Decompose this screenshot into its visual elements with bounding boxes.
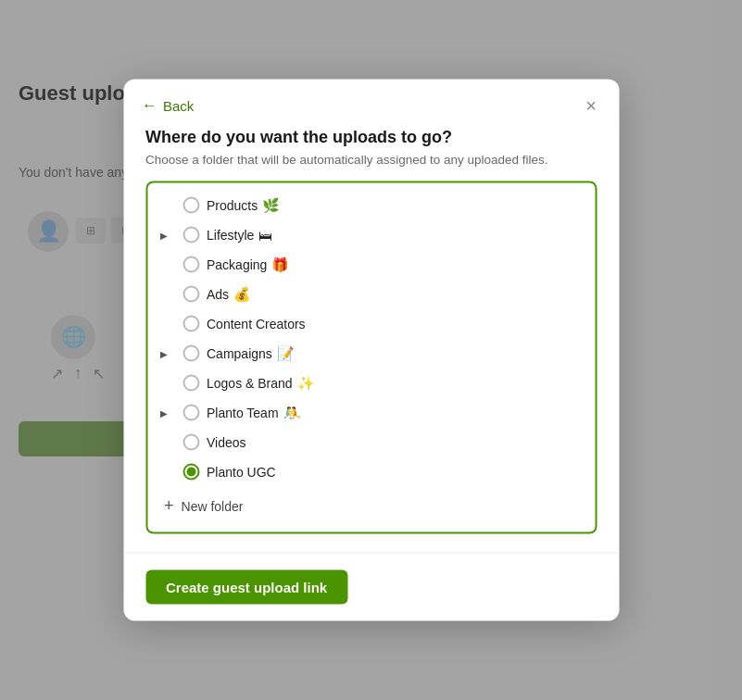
back-label: Back [163, 97, 194, 113]
modal-subtitle: Choose a folder that will be automatical… [145, 153, 597, 167]
folder-name: Planto UGC [207, 465, 276, 480]
folder-item[interactable]: Ads 💰 [147, 280, 595, 309]
folder-name: Ads 💰 [207, 286, 251, 303]
create-button[interactable]: Create guest upload link [145, 570, 347, 605]
radio-button[interactable] [182, 375, 199, 392]
expand-arrow-icon: ▶ [160, 230, 173, 240]
expand-arrow-icon: ▶ [160, 407, 173, 418]
radio-button[interactable] [182, 256, 199, 273]
folder-item[interactable]: Packaging 🎁 [147, 250, 595, 280]
radio-button[interactable] [182, 316, 199, 332]
radio-button[interactable] [182, 227, 199, 244]
modal-body: Where do you want the uploads to go? Cho… [123, 128, 619, 553]
radio-button[interactable] [182, 345, 199, 362]
back-button[interactable]: ← Back [142, 96, 194, 115]
folder-item[interactable]: ▶ Lifestyle 🛏 [147, 220, 595, 250]
folder-name: Campaigns 📝 [207, 345, 295, 362]
folder-emoji: 🤼 [283, 405, 301, 421]
radio-button[interactable] [182, 286, 199, 303]
folder-name: Videos [207, 435, 246, 450]
radio-button[interactable] [182, 434, 199, 451]
back-arrow-icon: ← [142, 96, 157, 115]
modal-dialog: ← Back × Where do you want the uploads t… [123, 80, 619, 621]
radio-button[interactable] [182, 197, 199, 214]
folder-name: Logos & Brand ✨ [207, 375, 315, 392]
folder-emoji: 🌿 [262, 197, 280, 214]
modal-header: ← Back × [123, 80, 619, 128]
close-button[interactable]: × [585, 96, 597, 115]
folder-item[interactable]: Videos [147, 428, 595, 457]
new-folder-inside-button[interactable]: + New folder [147, 487, 595, 525]
folder-emoji: ✨ [297, 375, 315, 392]
modal-footer: Create guest upload link [123, 553, 619, 621]
folder-name: Content Creators [207, 317, 306, 331]
folder-name: Packaging 🎁 [207, 256, 289, 273]
folder-name: Products 🌿 [207, 197, 280, 214]
folder-name: Lifestyle 🛏 [207, 227, 272, 243]
expand-arrow-icon: ▶ [160, 348, 173, 358]
folder-emoji: 🛏 [258, 227, 272, 243]
folder-item[interactable]: Logos & Brand ✨ [147, 369, 595, 398]
folder-item[interactable]: Planto UGC [147, 457, 595, 487]
new-folder-inside-label: New folder [182, 498, 244, 513]
folder-item[interactable]: ▶ Planto Team 🤼 [147, 398, 595, 428]
plus-icon: + [164, 496, 174, 516]
folder-name: Planto Team 🤼 [207, 405, 301, 421]
folder-emoji: 🎁 [271, 256, 289, 273]
radio-button[interactable] [182, 405, 199, 421]
modal-title: Where do you want the uploads to go? [145, 128, 597, 147]
radio-button[interactable] [182, 464, 199, 481]
folder-item[interactable]: ▶ Campaigns 📝 [147, 339, 595, 369]
folder-emoji: 💰 [233, 286, 251, 303]
folder-item[interactable]: Content Creators [147, 309, 595, 339]
folder-item[interactable]: ▶ Products 🌿 [147, 191, 595, 220]
folder-emoji: 📝 [277, 345, 295, 362]
folder-list: ▶ Products 🌿 ▶ Lifestyle 🛏 Packaging 🎁 A… [145, 181, 597, 534]
